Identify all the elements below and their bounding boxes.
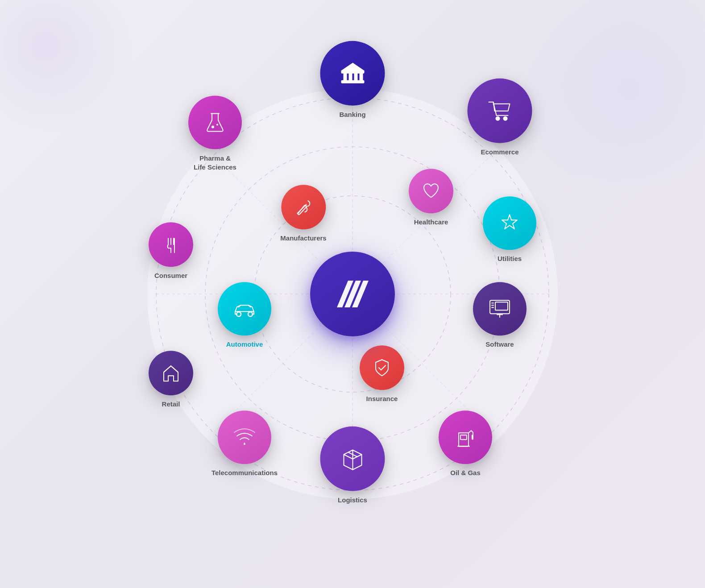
wifi-icon — [233, 426, 256, 448]
ecommerce-label: Ecommerce — [481, 148, 518, 157]
retail-circle — [149, 351, 193, 395]
bubble-software[interactable]: Software — [473, 282, 527, 349]
gas-icon — [454, 426, 477, 448]
bubble-automotive[interactable]: Automotive — [218, 282, 271, 349]
svg-rect-10 — [344, 73, 346, 81]
svg-line-33 — [164, 366, 171, 372]
bubble-retail[interactable]: Retail — [149, 351, 193, 409]
utilities-label: Utilities — [498, 254, 522, 263]
logistics-label: Logistics — [338, 496, 367, 505]
healthcare-label: Healthcare — [414, 218, 448, 227]
wrench-icon — [294, 197, 313, 217]
home-icon — [161, 363, 181, 383]
consumer-label: Consumer — [154, 271, 187, 280]
bubble-telecom[interactable]: Telecommunications — [212, 410, 278, 477]
telecom-label: Telecommunications — [212, 468, 278, 477]
automotive-label: Automotive — [226, 340, 263, 349]
utilities-circle — [483, 196, 536, 250]
software-label: Software — [485, 340, 514, 349]
svg-marker-14 — [341, 63, 364, 71]
diagram-container: Banking Ecommerce — [107, 26, 598, 562]
software-circle — [473, 282, 527, 335]
cart-icon — [486, 99, 513, 123]
bubble-pharma[interactable]: Pharma &Life Sciences — [188, 96, 242, 171]
insurance-label: Insurance — [366, 394, 398, 403]
banking-circle — [320, 41, 385, 106]
manufacturers-circle — [281, 185, 326, 229]
retail-label: Retail — [162, 400, 180, 409]
oil-label: Oil & Gas — [450, 468, 481, 477]
ecommerce-circle — [468, 79, 532, 143]
pharma-label: Pharma &Life Sciences — [194, 154, 236, 171]
car-icon — [232, 299, 257, 319]
bubble-ecommerce[interactable]: Ecommerce — [468, 79, 532, 157]
bubble-insurance[interactable]: Insurance — [360, 345, 404, 403]
bubble-healthcare[interactable]: Healthcare — [409, 169, 453, 227]
pharma-circle — [188, 96, 242, 149]
heart-icon — [421, 181, 441, 201]
bank-icon — [339, 61, 366, 86]
automotive-circle — [218, 282, 271, 335]
bubble-utilities[interactable]: Utilities — [483, 196, 536, 263]
svg-point-15 — [496, 117, 499, 120]
svg-line-34 — [171, 366, 178, 372]
bubble-banking[interactable]: Banking — [320, 41, 385, 119]
center-logo-icon — [335, 278, 370, 310]
bubble-manufacturers[interactable]: Manufacturers — [280, 185, 326, 243]
logistics-circle — [320, 427, 385, 491]
svg-rect-38 — [460, 435, 467, 439]
svg-point-19 — [216, 124, 218, 126]
star-icon — [498, 212, 521, 234]
shield-icon — [372, 358, 392, 377]
svg-point-16 — [503, 117, 507, 120]
oil-circle — [439, 410, 492, 464]
telecom-circle — [218, 410, 271, 464]
svg-rect-12 — [354, 73, 357, 81]
svg-rect-27 — [495, 302, 508, 310]
banking-label: Banking — [339, 110, 365, 119]
svg-point-18 — [212, 126, 214, 128]
svg-rect-13 — [360, 73, 362, 81]
bubble-logistics[interactable]: Logistics — [320, 427, 385, 505]
box-icon — [339, 447, 366, 471]
fork-icon — [161, 235, 181, 254]
svg-point-35 — [244, 443, 245, 445]
manufacturers-label: Manufacturers — [280, 234, 326, 243]
insurance-circle — [360, 345, 404, 390]
healthcare-circle — [409, 169, 453, 213]
bubble-consumer[interactable]: Consumer — [149, 222, 193, 280]
svg-rect-11 — [349, 73, 352, 81]
monitor-icon — [488, 298, 511, 320]
consumer-circle — [149, 222, 193, 267]
center-logo-circle[interactable] — [310, 252, 395, 336]
flask-icon — [204, 112, 226, 134]
bubble-oil[interactable]: Oil & Gas — [439, 410, 492, 477]
